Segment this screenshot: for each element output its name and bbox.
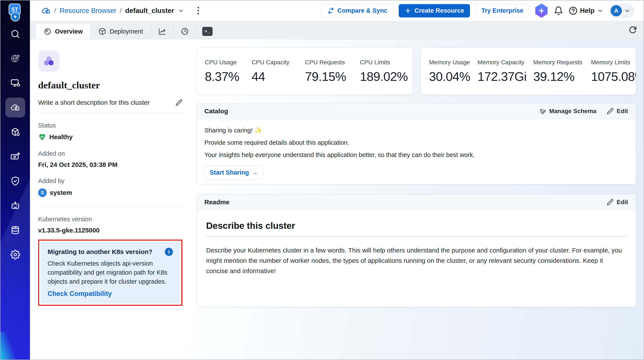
breadcrumb: / Resource Browser / default_cluster (41, 5, 201, 16)
readme-heading: Describe this cluster (206, 221, 626, 231)
readme-divider (206, 237, 626, 237)
create-resource-button[interactable]: Create Resource (399, 4, 470, 17)
start-sharing-button[interactable]: Start Sharing → (204, 166, 263, 179)
check-compatibility-link[interactable]: Check Compatibility (48, 290, 112, 298)
sidebar-item-deployments[interactable] (6, 73, 25, 93)
cluster-switch-chevron-down-icon[interactable] (178, 7, 184, 14)
cluster-logo (38, 50, 60, 72)
sidebar-item-global-operations[interactable] (6, 49, 25, 68)
pencil-icon (607, 199, 614, 206)
gear-icon (10, 250, 20, 260)
sidebar-item-data-stores[interactable] (6, 220, 25, 240)
stat-cpu-usage: CPU Usage 8.37% (205, 59, 252, 84)
readme-title: Readme (204, 198, 230, 206)
tab-dashboard[interactable] (174, 24, 196, 39)
cluster-summary-panel: default_cluster Write a short descriptio… (38, 47, 182, 360)
database-sync-icon (10, 225, 20, 235)
compare-sync-label: Compare & Sync (337, 7, 387, 14)
sidebar-item-settings[interactable] (6, 245, 25, 265)
catalog-line: Your insights help everyone understand t… (204, 151, 628, 159)
sidebar-item-security[interactable] (6, 171, 25, 191)
migration-note: Migrating to another K8s version? i Chec… (40, 242, 180, 304)
help-label: Help (580, 7, 594, 15)
sidebar-item-search[interactable] (6, 24, 25, 44)
divider (38, 206, 182, 207)
catalog-line: Sharing is caring! ✨ (204, 127, 628, 134)
tab-deployment-label: Deployment (110, 28, 143, 35)
breadcrumb-link-resource-browser[interactable]: Resource Browser (60, 7, 116, 15)
memory-stats-card: Memory Usage 30.04% Memory Capacity 172.… (421, 47, 636, 95)
status-value: Healthy (49, 133, 72, 141)
user-avatar: A (610, 5, 622, 16)
migration-note-title: Migrating to another K8s version? (48, 248, 152, 256)
breadcrumb-current-cluster: default_cluster (125, 7, 174, 15)
manage-schema-label: Manage Schema (549, 108, 596, 115)
content-area: default_cluster Write a short descriptio… (30, 39, 644, 360)
help-chevron-down-icon (597, 7, 604, 14)
sidebar-item-cost[interactable] (6, 147, 25, 167)
stat-label: Memory Usage (429, 59, 478, 66)
red-annotation-highlight: Migrating to another K8s version? i Chec… (38, 240, 182, 306)
help-menu[interactable]: Help (569, 6, 604, 15)
readme-paragraph: Describe your Kubernetes cluster in a fe… (206, 245, 626, 276)
stat-cpu-capacity: CPU Capacity 44 (252, 59, 305, 84)
compare-sync-button[interactable]: Compare & Sync (322, 4, 393, 17)
manage-schema-button[interactable]: Manage Schema (539, 108, 596, 115)
try-enterprise-button[interactable]: Try Enterprise (476, 4, 529, 17)
topbar-actions: Compare & Sync Create Resource Try Enter… (322, 4, 634, 18)
tab-terminal[interactable]: >_ (196, 24, 218, 39)
stat-value: 44 (252, 69, 305, 84)
search-icon (10, 29, 20, 39)
status-value-row: Healthy (38, 133, 182, 141)
trend-chart-icon (158, 27, 166, 35)
workspace-switcher[interactable]: ST (0, 2, 30, 23)
sidebar-item-ai-assistant[interactable] (6, 196, 25, 215)
tab-deployment[interactable]: Deployment (91, 24, 151, 39)
stat-value: 172.37Gi (478, 69, 533, 84)
stat-value: 8.37% (205, 69, 252, 84)
create-resource-label: Create Resource (414, 7, 464, 14)
catalog-body: Sharing is caring! ✨ Provide some requir… (197, 119, 636, 179)
user-chevron-down-icon (624, 7, 630, 14)
cloud-server-icon (10, 103, 20, 113)
status-label: Status (38, 122, 182, 129)
more-options-kebab-icon[interactable] (196, 5, 201, 16)
k8s-version-label: Kubernetes version (38, 216, 182, 223)
catalog-edit-button[interactable]: Edit (607, 108, 628, 115)
sidebar-item-resource-browser[interactable] (6, 98, 25, 117)
user-menu[interactable]: A (609, 4, 634, 18)
sidebar: ST (0, 0, 30, 360)
refresh-icon (628, 26, 637, 35)
refresh-button[interactable] (621, 21, 644, 39)
info-icon[interactable]: i (165, 248, 173, 256)
tab-overview[interactable]: Overview (36, 24, 91, 39)
migration-note-body: Check Kubernetes objects api-version com… (48, 259, 173, 286)
stat-memory-usage: Memory Usage 30.04% (429, 59, 478, 84)
stat-memory-requests: Memory Requests 39.12% (533, 59, 591, 84)
migration-note-header: Migrating to another K8s version? i (48, 248, 173, 256)
pencil-icon (607, 108, 614, 115)
health-heart-icon (38, 133, 46, 141)
cluster-description-placeholder: Write a short description for this clust… (38, 99, 150, 106)
divider (38, 113, 182, 113)
swap-arrows-icon (328, 7, 334, 14)
try-enterprise-label: Try Enterprise (482, 7, 524, 14)
robot-icon (10, 201, 20, 210)
edit-description-button[interactable] (176, 99, 182, 106)
cluster-description-row: Write a short description for this clust… (38, 99, 182, 106)
sparkle-star-icon (538, 7, 545, 14)
plus-icon (404, 7, 412, 14)
monitor-icon (10, 78, 20, 88)
stat-label: Memory Limits (591, 59, 636, 66)
catalog-actions: Manage Schema Edit (539, 108, 628, 115)
ai-assistant-button[interactable] (535, 4, 548, 18)
sidebar-item-helm-packages[interactable] (6, 122, 25, 142)
notifications-button[interactable] (554, 6, 563, 15)
stat-label: CPU Usage (205, 59, 252, 66)
k8s-version-value: v1.33.5-gke.1125000 (38, 227, 182, 234)
readme-edit-button[interactable]: Edit (607, 199, 628, 206)
added-by-label: Added by (38, 178, 182, 184)
devtron-logo-icon (10, 12, 20, 21)
tab-monitoring[interactable] (151, 24, 174, 39)
readme-body: Describe this cluster Describe your Kube… (197, 210, 636, 276)
